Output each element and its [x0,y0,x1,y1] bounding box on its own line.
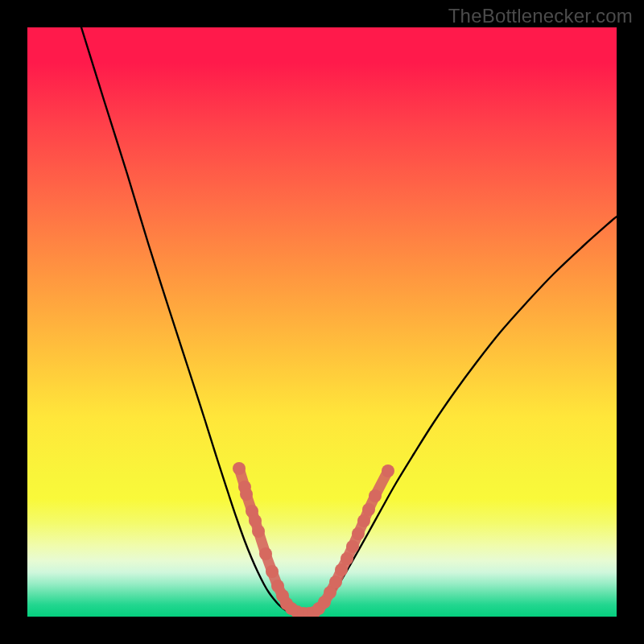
marker-dot [240,488,253,501]
marker-dot [362,503,375,516]
marker-dot [233,462,246,475]
plot-frame [27,27,617,617]
marker-dot [252,525,265,538]
marker-dot [329,576,342,588]
marker-dot [266,565,279,578]
marker-dot [382,464,394,477]
curves-group [81,27,617,615]
marker-dot [369,489,382,502]
markers-group [233,462,394,617]
marker-dot [259,547,272,560]
marker-stroke [239,469,388,613]
marker-dot [346,540,359,553]
marker-dot [357,514,370,527]
marker-dot [341,552,353,565]
marker-dot [335,564,348,576]
curve-right-curve [314,217,617,614]
chart-svg [27,27,617,617]
watermark-label: TheBottlenecker.com [448,5,633,27]
marker-dot [352,527,365,540]
